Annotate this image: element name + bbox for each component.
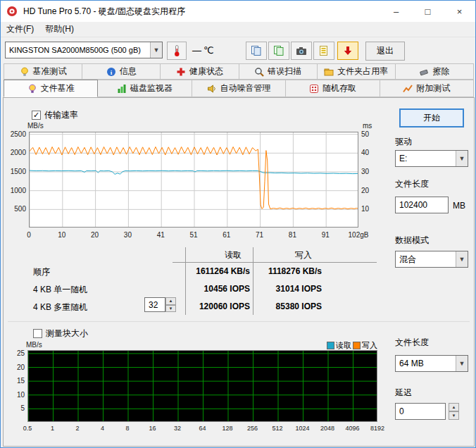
start-button[interactable]: 开始 [399, 108, 464, 127]
maximize-button[interactable]: □ [412, 1, 444, 22]
tab-folder-usage[interactable]: 文件夹占用率 [318, 63, 396, 80]
tab-erase[interactable]: 擦除 [396, 63, 474, 80]
temperature-unit: ℃ [203, 45, 214, 56]
spin-up-icon[interactable]: ▲ [165, 297, 176, 305]
tick-label: 1500 [5, 168, 26, 175]
chart-legend: 读取 写入 [282, 340, 377, 351]
table-header-line [173, 262, 377, 263]
minimize-button[interactable]: – [380, 1, 412, 22]
tab-info[interactable]: i 信息 [82, 63, 161, 80]
titlebar: HD Tune Pro 5.70 - 硬盘/固态硬盘实用程序 – □ × [1, 1, 475, 22]
tick-label: 32 [174, 425, 181, 432]
export-icon [318, 45, 330, 56]
spin-up-icon[interactable]: ▲ [449, 403, 459, 411]
camera-icon [296, 45, 307, 56]
screenshot-button[interactable] [291, 42, 312, 60]
file-length2-select[interactable]: 64 MB ▼ [395, 355, 468, 372]
tick-label: 10 [58, 231, 65, 239]
health-icon [176, 67, 186, 77]
tick-label: 2000 [5, 149, 26, 156]
checkbox-empty [33, 329, 42, 338]
menu-help[interactable]: 帮助(H) [39, 23, 80, 35]
tick-label: 61 [223, 231, 230, 239]
data-mode-label: 数据模式 [395, 235, 429, 247]
tick-label: 30 [124, 231, 132, 239]
tick-label: 4096 [345, 425, 359, 432]
tick-label: 0.5 [23, 425, 32, 432]
tab-aam[interactable]: 自动噪音管理 [192, 80, 286, 97]
tick-label: 5 [6, 404, 25, 412]
chevron-down-icon: ▼ [456, 251, 468, 267]
4k-multi-write-value: 85380 IOPS [185, 301, 322, 311]
block-size-chart [27, 350, 377, 422]
tab-random-access[interactable]: 随机存取 [286, 80, 380, 97]
window-title: HD Tune Pro 5.70 - 硬盘/固态硬盘实用程序 [23, 6, 185, 18]
extra-tests-icon [403, 84, 413, 94]
read-legend-label: 读取 [336, 340, 351, 351]
temperature-value: — [192, 45, 201, 56]
tick-label: 2048 [320, 425, 334, 432]
queue-depth-input[interactable] [144, 297, 165, 312]
copy-button[interactable] [246, 42, 267, 60]
drive-letter-select[interactable]: E: ▼ [395, 150, 468, 167]
tick-label: 256 [247, 425, 258, 432]
tab-disk-monitor[interactable]: 磁盘监视器 [98, 80, 192, 97]
file-length2-label: 文件长度 [395, 337, 429, 349]
exit-button[interactable]: 退出 [365, 42, 405, 61]
transfer-rate-chart [29, 132, 358, 228]
x-axis-labels: 0102030415161718191102gB [29, 231, 358, 239]
update-download-button[interactable] [337, 42, 358, 60]
tick-label: 91 [322, 231, 330, 239]
tab-health[interactable]: 健康状态 [161, 63, 239, 80]
file-length-label: 文件长度 [395, 178, 429, 190]
delay-input[interactable] [395, 403, 446, 420]
erase-icon [419, 67, 429, 77]
close-button[interactable]: × [444, 1, 475, 22]
tick-label: 20 [91, 231, 99, 239]
tab-file-benchmark[interactable]: 文件基准 [4, 80, 98, 97]
tab-error-scan[interactable]: 错误扫描 [239, 63, 318, 80]
file-length-input[interactable] [395, 197, 449, 213]
tick-label: 71 [256, 231, 263, 239]
block-y-axis-labels: 252015105 [6, 351, 25, 423]
checkbox-check-icon: ✓ [32, 111, 41, 120]
tick-label: 25 [6, 349, 25, 357]
block-size-checkbox[interactable]: 测量块大小 [33, 328, 88, 340]
tick-label: 2 [75, 425, 79, 432]
tab-benchmark[interactable]: 基准测试 [4, 63, 82, 80]
copy-image-button[interactable] [268, 42, 289, 60]
chevron-down-icon: ▼ [150, 42, 162, 58]
menubar: 文件(F) 帮助(H) [1, 22, 475, 37]
tick-label: 10 [6, 391, 25, 399]
row-label-4k-multi: 4 KB 多重随机 [33, 301, 87, 313]
menu-file[interactable]: 文件(F) [1, 23, 39, 35]
tab-extra-tests[interactable]: 附加测试 [380, 80, 474, 97]
spin-down-icon[interactable]: ▼ [165, 305, 176, 313]
queue-depth-stepper[interactable]: ▲ ▼ [165, 297, 176, 312]
export-button[interactable] [313, 42, 334, 60]
column-header-read: 读取 [199, 249, 267, 261]
drive-select[interactable]: KINGSTON SA2000M8500G (500 gB) ▼ [5, 42, 163, 58]
tick-label: 30 [361, 168, 378, 175]
write-legend-label: 写入 [362, 340, 377, 351]
column-header-write: 写入 [270, 249, 337, 261]
tick-label: 40 [361, 149, 378, 156]
copy-icon [251, 45, 262, 56]
copy-image-icon [273, 45, 284, 56]
tick-label: 4 [101, 425, 104, 432]
temperature-button[interactable] [167, 42, 187, 60]
tick-label: 2500 [5, 130, 26, 138]
tick-label: 8 [125, 425, 129, 432]
file-benchmark-icon [27, 84, 37, 94]
data-mode-select[interactable]: 混合 ▼ [395, 251, 468, 268]
info-icon: i [106, 67, 116, 77]
4k-single-write-value: 31014 IOPS [185, 284, 322, 294]
tick-label: 102gB [349, 231, 369, 239]
spin-down-icon[interactable]: ▼ [449, 411, 459, 420]
error-scan-icon [254, 67, 264, 77]
y-axis-unit-bottom: MB/s [26, 341, 42, 349]
delay-stepper[interactable]: ▲ ▼ [449, 403, 459, 420]
delay-label: 延迟 [395, 387, 412, 399]
transfer-rate-checkbox[interactable]: ✓ 传输速率 [32, 109, 78, 121]
tick-label: 500 [5, 205, 26, 213]
